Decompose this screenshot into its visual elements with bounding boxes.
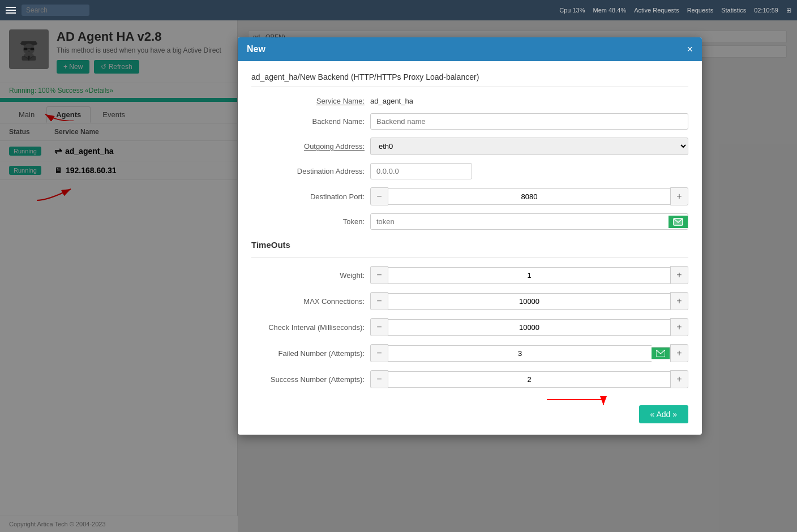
add-button[interactable]: « Add » [639,405,689,423]
destination-address-label: Destination Address: [251,167,365,175]
destination-port-input[interactable] [388,188,670,205]
search-input[interactable] [22,5,89,16]
weight-plus[interactable]: + [670,266,688,284]
timeouts-section-title: TimeOuts [251,238,688,250]
token-wrap [370,213,688,230]
failed-message-icon [652,347,670,359]
token-message-icon [669,216,688,228]
form-row-destination-port: Destination Port: − + [251,187,688,205]
max-connections-plus[interactable]: + [670,292,688,310]
outgoing-address-select[interactable]: eth0 [370,138,688,155]
main-layout: AD Agent HA v2.8 This method is used whe… [0,20,797,532]
modal-body: ad_agent_ha/New Backend (HTTP/HTTPs Prox… [238,61,702,435]
statistics-stat: Statistics [721,7,746,14]
check-interval-stepper: − + [370,318,688,336]
max-connections-stepper: − + [370,292,688,310]
destination-port-plus[interactable]: + [670,187,688,205]
cpu-stat: Cpu 13% [559,7,585,14]
destination-port-minus[interactable]: − [370,187,388,205]
failed-number-plus[interactable]: + [670,344,688,362]
form-row-service-name: Service Name: ad_agent_ha [251,97,688,105]
service-name-value: ad_agent_ha [370,97,413,105]
destination-port-stepper: − + [370,187,688,205]
add-button-container: « Add » [251,400,688,423]
time-display: 02:10:59 [754,7,778,14]
service-name-label: Service Name: [251,97,365,105]
token-label: Token: [251,217,365,226]
failed-number-stepper: − + [370,344,688,362]
modal-close-button[interactable]: × [687,44,693,54]
success-number-stepper: − + [370,370,688,388]
active-requests-stat: Active Requests [634,7,679,14]
modal-header: New × [238,37,702,61]
success-number-minus[interactable]: − [370,370,388,388]
backend-name-input[interactable] [370,113,688,130]
failed-number-label: Failed Number (Attempts): [251,349,365,358]
check-interval-input[interactable] [388,319,670,336]
topbar: Cpu 13% Mem 48.4% Active Requests Reques… [0,0,797,20]
form-row-outgoing-address: Outgoing Address: eth0 [251,138,688,155]
form-row-weight: Weight: − + [251,266,688,284]
form-row-backend-name: Backend Name: [251,113,688,130]
mem-stat: Mem 48.4% [593,7,626,14]
form-row-token: Token: [251,213,688,230]
requests-stat: Requests [687,7,713,14]
check-interval-plus[interactable]: + [670,318,688,336]
max-connections-input[interactable] [388,293,670,310]
check-interval-label: Check Interval (Milliseconds): [251,323,365,332]
copy-icon: ⊞ [786,7,791,14]
form-row-destination-address: Destination Address: [251,163,688,179]
form-row-max-connections: MAX Connections: − + [251,292,688,310]
destination-address-input[interactable] [370,163,472,179]
destination-port-label: Destination Port: [251,192,365,201]
outgoing-address-label: Outgoing Address: [251,142,365,151]
success-number-label: Success Number (Attempts): [251,375,365,384]
modal-title: New [247,44,265,54]
max-connections-minus[interactable]: − [370,292,388,310]
max-connections-label: MAX Connections: [251,297,365,306]
success-number-plus[interactable]: + [670,370,688,388]
weight-minus[interactable]: − [370,266,388,284]
backend-name-label: Backend Name: [251,117,365,126]
check-interval-minus[interactable]: − [370,318,388,336]
section-divider [251,258,688,258]
form-row-failed-number: Failed Number (Attempts): − + [251,344,688,362]
weight-stepper: − + [370,266,688,284]
form-row-success-number: Success Number (Attempts): − + [251,370,688,388]
form-row-check-interval: Check Interval (Milliseconds): − + [251,318,688,336]
failed-number-minus[interactable]: − [370,344,388,362]
failed-number-input[interactable] [388,345,652,362]
modal: New × ad_agent_ha/New Backend (HTTP/HTTP… [238,37,702,435]
modal-subtitle: ad_agent_ha/New Backend (HTTP/HTTPs Prox… [251,72,688,87]
success-number-input[interactable] [388,371,670,388]
weight-input[interactable] [388,267,670,284]
token-input[interactable] [371,214,669,229]
weight-label: Weight: [251,271,365,280]
hamburger-menu[interactable] [6,7,16,14]
